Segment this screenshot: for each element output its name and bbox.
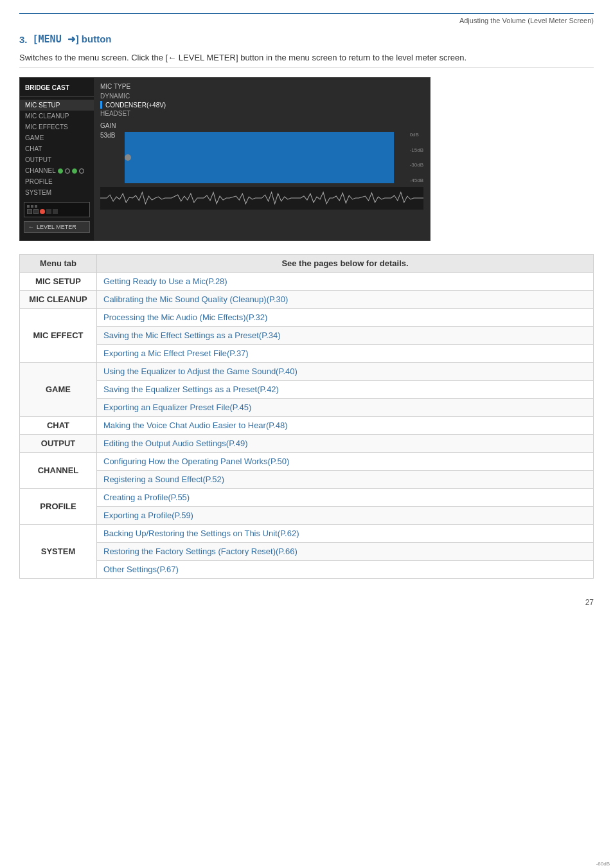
title-suffix: ] button	[76, 33, 112, 44]
mic-type-label: MIC TYPE	[100, 83, 423, 90]
channel-dot-3	[72, 168, 77, 174]
mic-selected-indicator	[100, 101, 102, 109]
detail-link[interactable]: Backing Up/Restoring the Settings on Thi…	[103, 529, 299, 538]
table-row: Exporting a Mic Effect Preset File(P.37)	[20, 345, 594, 363]
detail-link-cell[interactable]: Getting Ready to Use a Mic(P.28)	[97, 273, 594, 291]
sidebar-item-output[interactable]: OUTPUT	[20, 154, 94, 165]
detail-link[interactable]: Calibrating the Mic Sound Quality (Clean…	[103, 294, 288, 304]
back-arrow-icon: ←	[28, 224, 34, 230]
sidebar-item-chat[interactable]: CHAT	[20, 143, 94, 154]
col-header-details: See the pages below for details.	[97, 255, 594, 273]
section-description: Switches to the menu screen. Click the […	[19, 53, 594, 68]
db-markers: 0dB -15dB -30dB -45dB	[410, 132, 423, 183]
menu-tab-cell: SYSTEM	[20, 525, 97, 579]
mic-option-headset[interactable]: HEADSET	[100, 110, 423, 117]
detail-link[interactable]: Making the Voice Chat Audio Easier to He…	[103, 420, 288, 430]
section-heading: 3. [MENU ➜] button	[19, 33, 594, 45]
detail-link[interactable]: Registering a Sound Effect(P.52)	[103, 475, 224, 484]
channel-label: CHANNEL	[25, 167, 56, 174]
channel-dot-1	[58, 168, 63, 174]
detail-link-cell[interactable]: Exporting a Mic Effect Preset File(P.37)	[97, 345, 594, 363]
detail-link-cell[interactable]: Exporting a Profile(P.59)	[97, 507, 594, 525]
gain-knob[interactable]	[125, 154, 131, 161]
sidebar-item-game[interactable]: GAME	[20, 132, 94, 143]
detail-link-cell[interactable]: Saving the Equalizer Settings as a Prese…	[97, 381, 594, 399]
table-row: GAMEUsing the Equalizer to Adjust the Ga…	[20, 363, 594, 381]
table-row: OUTPUTEditing the Output Audio Settings(…	[20, 435, 594, 453]
sidebar-header: BRIDGE CAST	[20, 82, 94, 97]
sidebar-item-mic-setup[interactable]: MIC SETUP	[20, 100, 94, 111]
detail-link-cell[interactable]: Restoring the Factory Settings (Factory …	[97, 543, 594, 561]
mini-device-display	[24, 202, 90, 217]
panel-main-content: MIC TYPE DYNAMIC CONDENSER(+48V) HEADSET…	[94, 78, 430, 240]
level-meter-button[interactable]: ← LEVEL METER	[24, 221, 90, 233]
detail-link[interactable]: Getting Ready to Use a Mic(P.28)	[103, 276, 227, 286]
detail-link[interactable]: Creating a Profile(P.55)	[103, 493, 190, 502]
menu-tab-cell: MIC CLEANUP	[20, 291, 97, 309]
table-row: MIC CLEANUPCalibrating the Mic Sound Qua…	[20, 291, 594, 309]
gain-row: 53dB 0dB -15dB -30dB -45dB	[100, 132, 423, 183]
detail-link-cell[interactable]: Making the Voice Chat Audio Easier to He…	[97, 417, 594, 435]
top-right-label: Adjusting the Volume (Level Meter Screen…	[19, 13, 594, 24]
title-bracket-open: [MENU	[33, 33, 67, 45]
table-row: MIC SETUPGetting Ready to Use a Mic(P.28…	[20, 273, 594, 291]
detail-link[interactable]: Restoring the Factory Settings (Factory …	[103, 547, 298, 556]
table-row: Restoring the Factory Settings (Factory …	[20, 543, 594, 561]
detail-link-cell[interactable]: Saving the Mic Effect Settings as a Pres…	[97, 327, 594, 345]
detail-link[interactable]: Using the Equalizer to Adjust the Game S…	[103, 366, 298, 376]
mic-option-dynamic[interactable]: DYNAMIC	[100, 93, 423, 100]
detail-link[interactable]: Exporting a Profile(P.59)	[103, 511, 193, 520]
menu-reference-table: Menu tab See the pages below for details…	[19, 254, 594, 579]
sidebar-item-mic-cleanup[interactable]: MIC CLEANUP	[20, 111, 94, 122]
gain-bar-container: 0dB -15dB -30dB -45dB	[125, 132, 423, 183]
mic-option-condenser[interactable]: CONDENSER(+48V)	[100, 101, 423, 109]
page-number: 27	[19, 598, 594, 607]
detail-link-cell[interactable]: Editing the Output Audio Settings(P.49)	[97, 435, 594, 453]
detail-link-cell[interactable]: Exporting an Equalizer Preset File(P.45)	[97, 399, 594, 417]
table-row: SYSTEMBacking Up/Restoring the Settings …	[20, 525, 594, 543]
waveform-display: -60dB	[100, 187, 423, 210]
detail-link[interactable]: Exporting an Equalizer Preset File(P.45)	[103, 402, 251, 412]
table-header-row: Menu tab See the pages below for details…	[20, 255, 594, 273]
mic-condenser-label: CONDENSER(+48V)	[105, 102, 166, 109]
menu-tab-cell: CHANNEL	[20, 453, 97, 489]
col-header-menu: Menu tab	[20, 255, 97, 273]
sidebar-item-mic-effects[interactable]: MIC EFFECTS	[20, 122, 94, 132]
detail-link[interactable]: Processing the Mic Audio (Mic Effects)(P…	[103, 312, 267, 322]
gain-value: 53dB	[100, 132, 120, 139]
menu-tab-cell: MIC EFFECT	[20, 309, 97, 363]
detail-link[interactable]: Saving the Mic Effect Settings as a Pres…	[103, 330, 281, 340]
detail-link-cell[interactable]: Creating a Profile(P.55)	[97, 489, 594, 507]
detail-link[interactable]: Editing the Output Audio Settings(P.49)	[103, 439, 248, 448]
section-number: 3.	[19, 34, 28, 45]
sidebar: BRIDGE CAST MIC SETUP MIC CLEANUP MIC EF…	[20, 78, 94, 240]
gain-bar[interactable]	[125, 132, 394, 183]
detail-link-cell[interactable]: Using the Equalizer to Adjust the Game S…	[97, 363, 594, 381]
detail-link-cell[interactable]: Registering a Sound Effect(P.52)	[97, 471, 594, 489]
channel-dot-2	[65, 168, 70, 174]
table-row: Saving the Equalizer Settings as a Prese…	[20, 381, 594, 399]
db-15: -15dB	[410, 147, 423, 153]
table-row: PROFILECreating a Profile(P.55)	[20, 489, 594, 507]
detail-link-cell[interactable]: Configuring How the Operating Panel Work…	[97, 453, 594, 471]
table-row: Exporting a Profile(P.59)	[20, 507, 594, 525]
waveform-svg	[100, 187, 423, 210]
detail-link-cell[interactable]: Calibrating the Mic Sound Quality (Clean…	[97, 291, 594, 309]
table-row: Exporting an Equalizer Preset File(P.45)	[20, 399, 594, 417]
detail-link[interactable]: Configuring How the Operating Panel Work…	[103, 457, 289, 466]
detail-link-cell[interactable]: Backing Up/Restoring the Settings on Thi…	[97, 525, 594, 543]
detail-link[interactable]: Other Settings(P.67)	[103, 565, 179, 574]
detail-link[interactable]: Saving the Equalizer Settings as a Prese…	[103, 384, 279, 394]
table-row: MIC EFFECTProcessing the Mic Audio (Mic …	[20, 309, 594, 327]
sidebar-item-channel[interactable]: CHANNEL	[20, 165, 94, 176]
detail-link[interactable]: Exporting a Mic Effect Preset File(P.37)	[103, 348, 249, 358]
sidebar-item-system[interactable]: SYSTEM	[20, 187, 94, 198]
sidebar-item-profile[interactable]: PROFILE	[20, 176, 94, 187]
detail-link-cell[interactable]: Processing the Mic Audio (Mic Effects)(P…	[97, 309, 594, 327]
menu-tab-cell: PROFILE	[20, 489, 97, 525]
mic-type-section: MIC TYPE DYNAMIC CONDENSER(+48V) HEADSET	[100, 83, 423, 117]
mic-dynamic-label: DYNAMIC	[100, 93, 130, 100]
bridge-cast-panel: BRIDGE CAST MIC SETUP MIC CLEANUP MIC EF…	[19, 77, 431, 241]
detail-link-cell[interactable]: Other Settings(P.67)	[97, 561, 594, 579]
channel-dot-4	[79, 168, 84, 174]
